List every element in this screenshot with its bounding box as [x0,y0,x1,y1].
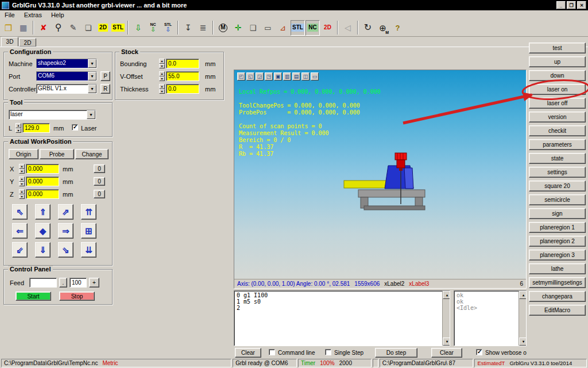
probe-icon[interactable]: ↧ [181,20,195,36]
port-dropdown-icon[interactable] [88,72,96,80]
axis-y-zero-button[interactable]: 0 [94,177,105,186]
probe-button[interactable]: Probe [40,149,74,159]
command-line-checkbox[interactable] [269,349,275,355]
sidebar-button-laser-off[interactable]: laser off [529,98,586,109]
sidebar-button-lathe[interactable]: lathe [529,263,586,274]
undo-icon[interactable]: ◁ [341,20,355,36]
bounding-spinner[interactable] [159,59,165,68]
thickness-spinner[interactable] [159,84,165,94]
tool-dropdown-icon[interactable] [87,110,95,119]
sidebar-button-test[interactable]: test [529,43,586,53]
close-button[interactable]: ✕ [577,1,586,9]
window-split-icon[interactable]: ❏ [81,20,95,36]
axis-x-zero-button[interactable]: 0 [94,164,105,173]
sidebar-button-state[interactable]: state [529,153,586,164]
jog-button-1-0[interactable]: ⇐ [12,223,28,239]
console-clear-button[interactable]: Clear [431,348,462,358]
jog-button-1-2[interactable]: ⇒ [58,223,74,239]
menu-item-extras[interactable]: Extras [20,10,47,19]
controller-r-button[interactable]: R [100,84,110,94]
delete-icon[interactable]: ✘ [36,20,51,36]
menu-item-help[interactable]: Help [47,10,69,19]
sidebar-button-sign[interactable]: sign [529,208,586,219]
axis-y-spinner[interactable] [19,177,25,186]
sidebar-button-settings[interactable]: settings [529,167,586,178]
controller-select[interactable]: GRBL V1.x [36,84,97,94]
feed-plus-button[interactable]: + [89,278,99,288]
tab-3d[interactable]: 3D [1,37,18,47]
box-3d-icon[interactable]: ❑ [246,20,260,36]
jog-button-1-1[interactable]: ◆ [35,223,51,239]
axis-x-spinner[interactable] [19,164,25,174]
pane-icon[interactable]: ▭ [261,20,275,36]
jog-button-2-2[interactable]: ⇘ [58,242,74,258]
tab-2d[interactable]: 2D [19,38,36,47]
layers-icon[interactable]: ≣ [196,20,210,36]
feed-input[interactable] [29,278,57,288]
single-step-checkbox[interactable] [325,349,331,355]
voffset-field[interactable]: 55.0 [166,71,199,81]
gcode-scrollbar[interactable] [442,291,450,346]
sidebar-button-checkit[interactable]: checkit [529,125,586,136]
load-stl-icon[interactable]: STL⇩ [161,20,175,36]
jog-button-2-1[interactable]: ⇓ [35,242,51,258]
thickness-field[interactable]: 0.0 [166,84,199,94]
console-scrollbar[interactable] [519,291,526,346]
make-2d-icon[interactable]: 2D [96,20,110,36]
tool-down-icon[interactable]: ⇩ [131,20,145,36]
tool-l-field[interactable]: 129.0 [22,123,50,133]
bounding-field[interactable]: 0.0 [166,59,199,68]
machine-dropdown-icon[interactable] [88,59,96,68]
gcode-clear-button[interactable]: Clear [235,348,261,358]
gcode-pane[interactable]: 0 g1 I1001 m5 s02 [234,290,450,346]
open-file-icon[interactable]: ❒ [1,20,16,36]
jog-button-2-3[interactable]: ⇊ [81,242,96,258]
sidebar-button-planeregion-3[interactable]: planeregion 3 [529,250,586,260]
sidebar-button-version[interactable]: version [529,112,586,122]
feed-dot-button[interactable]: . [59,278,67,288]
tool-select[interactable]: laser [9,110,96,120]
sidebar-button-up[interactable]: up [529,56,586,67]
sidebar-button-editmacro[interactable]: EditMacro [529,305,586,316]
sidebar-button-planeregion-1[interactable]: planeregion 1 [529,222,586,233]
zoom-icon[interactable]: ⚲ [51,20,65,36]
jog-button-1-3[interactable]: ⊞ [81,223,96,239]
m-function-icon[interactable]: M [216,20,230,36]
sidebar-button-planeregion-2[interactable]: planeregion 2 [529,236,586,247]
save-icon[interactable]: ▦ [16,20,30,36]
start-button[interactable]: Start [16,292,51,301]
stl-view-button[interactable]: STL [291,20,305,36]
port-select[interactable]: COM6 [36,71,97,81]
minimize-button[interactable]: _ [556,1,566,9]
sidebar-button-semicircle[interactable]: semicircle [529,194,586,205]
nc-view-button[interactable]: NC [305,20,320,36]
tool-l-spinner[interactable] [16,123,21,133]
sidebar-button-setmymillingsetings[interactable]: setmymillingsetings [529,277,586,288]
maximize-button[interactable]: ❐ [567,1,576,9]
menu-item-file[interactable]: File [0,10,20,19]
zero-point-icon[interactable]: ⊕M [376,20,390,36]
port-p-button[interactable]: P [100,71,110,81]
change-button[interactable]: Change [75,149,109,159]
feed-percent-field[interactable]: 100 [69,278,87,288]
viewport-3d[interactable]: ◰◱◲◳▣▥▤◫▭ Local Refpos = 0.000, 0.000, 0… [234,70,527,289]
controller-dropdown-icon[interactable] [88,85,96,93]
ramp-icon[interactable]: ⊿ [276,20,290,36]
sidebar-button-down[interactable]: down [529,70,586,81]
axis-y-field[interactable]: 0.000 [26,177,59,186]
sidebar-button-square-20[interactable]: square 20 [529,181,586,191]
verbose-checkbox[interactable] [476,349,482,355]
view-2d-button[interactable]: 2D [320,20,335,36]
sidebar-button-parameters[interactable]: parameters [529,139,586,150]
jog-button-2-0[interactable]: ⇙ [12,242,28,258]
axis-x-field[interactable]: 0.000 [26,164,59,174]
stop-button[interactable]: Stop [59,292,95,301]
sidebar-button-changepara[interactable]: changepara [529,291,586,302]
machine-select[interactable]: shapeoko2 [36,59,97,68]
help-icon[interactable]: ? [390,20,405,36]
jog-button-0-3[interactable]: ⇈ [81,204,96,220]
axis-z-field[interactable]: 0.000 [26,189,59,199]
jog-button-0-2[interactable]: ⇗ [58,204,74,220]
jog-button-0-1[interactable]: ⇑ [35,204,51,220]
voffset-spinner[interactable] [159,71,165,81]
